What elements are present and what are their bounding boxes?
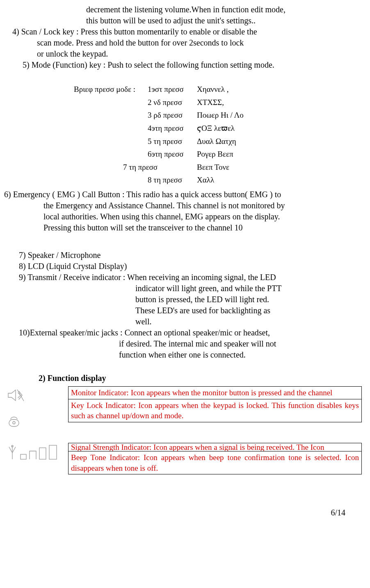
item-10-line-1: 10)External speaker/mic jacks : Connect … <box>4 327 362 338</box>
function-display-heading: 2) Function display <box>39 373 362 384</box>
brief-press-mode-table: Βριεφ πρεσσ μοδε : 1эστ πρεσσ Χηαννελ , … <box>66 83 362 187</box>
brief-press-8: 8 τη πρεσσ <box>148 175 197 185</box>
item-6-line-3: local authorities. When using this chann… <box>4 211 362 222</box>
item-7-line-1: 7) Speaker / Microphone <box>4 250 362 261</box>
brief-func-3: Ποωερ Ηι / Λο <box>197 110 244 121</box>
speaker-icon <box>7 388 25 406</box>
signal-strength-indicator-desc: Signal Strength Indicator: Icon appears … <box>69 443 361 451</box>
item-4-line-3: or unlock the keypad. <box>4 48 362 59</box>
item-4-line-2: scan mode. Press and hold the button for… <box>4 37 362 48</box>
item-6-line-4: Pressing this button will set the transc… <box>4 222 362 233</box>
brief-func-2: ΧΤΧΣΣ, <box>197 97 224 108</box>
brief-press-5: 5 τη πρεσσ <box>148 136 197 147</box>
item-9-line-5: well. <box>4 316 362 327</box>
svg-rect-7 <box>49 445 57 459</box>
brief-press-1: 1эστ πρεσσ <box>148 84 197 95</box>
function-row-2: Signal Strength Indicator: Icon appears … <box>7 443 362 474</box>
function-row-1: Monitor Indicator: Icon appears when the… <box>7 386 362 431</box>
brief-press-7: 7 τη πρεσσ <box>123 162 197 173</box>
brief-press-3: 3 ρδ πρεσσ <box>148 110 197 121</box>
brief-func-5: Δυαλ Ωατχη <box>197 136 236 147</box>
item-10-line-3: function when either one is connected. <box>4 349 362 360</box>
item-4-line-1: 4) Scan / Lock key : Press this button m… <box>4 26 362 37</box>
item-9-line-1: 9) Transmit / Receive indicator : When r… <box>4 272 362 283</box>
svg-line-0 <box>17 390 24 401</box>
monitor-indicator-desc: Monitor Indicator: Icon appears when the… <box>69 387 361 399</box>
brief-press-4: 4эτη πρεσσ <box>148 123 197 134</box>
item-5-line-1: 5) Mode (Function) key : Push to select … <box>4 59 362 71</box>
lock-icon <box>7 414 21 431</box>
item-8-line-1: 8) LCD (Liquid Crystal Display) <box>4 261 362 272</box>
brief-func-7: Βεεπ Τονε <box>197 162 229 173</box>
svg-point-2 <box>13 422 15 424</box>
continuation-line-2: this button will be used to adjust the u… <box>4 15 362 26</box>
beep-tone-indicator-desc: Beep Tone Indicator: Icon appears when b… <box>69 451 361 474</box>
item-10-line-2: if desired. The internal mic and speaker… <box>4 338 362 349</box>
item-9-line-2: indicator will light green, and while th… <box>4 283 362 294</box>
brief-func-6: Ρογερ Βεεπ <box>197 149 233 160</box>
signal-bars-icon <box>20 444 59 464</box>
svg-rect-1 <box>9 419 19 426</box>
item-6-line-1: 6) Emergency ( EMG ) Call Button : This … <box>4 189 362 200</box>
keylock-indicator-desc: Key Lock Indicator: Icon appears when th… <box>69 399 361 422</box>
brief-func-8: Χαλλ <box>197 175 214 185</box>
brief-func-4: ϛΟΞ λεϖελ <box>197 123 235 134</box>
item-6-line-2: the Emergency and Assistance Channel. Th… <box>4 200 362 211</box>
brief-mode-label: Βριεφ πρεσσ μοδε : <box>66 84 148 95</box>
brief-press-2: 2 νδ πρεσσ <box>148 97 197 108</box>
svg-rect-6 <box>39 448 46 459</box>
antenna-icon <box>7 444 18 464</box>
item-9-line-4: These LED's are used for backlighting as <box>4 305 362 316</box>
brief-func-1: Χηαννελ , <box>197 84 228 95</box>
continuation-line-1: decrement the listening volume.When in f… <box>4 4 362 15</box>
svg-rect-5 <box>21 454 26 459</box>
brief-press-6: 6эτη πρεσσ <box>148 149 197 160</box>
item-9-line-3: button is pressed, the LED will light re… <box>4 294 362 305</box>
